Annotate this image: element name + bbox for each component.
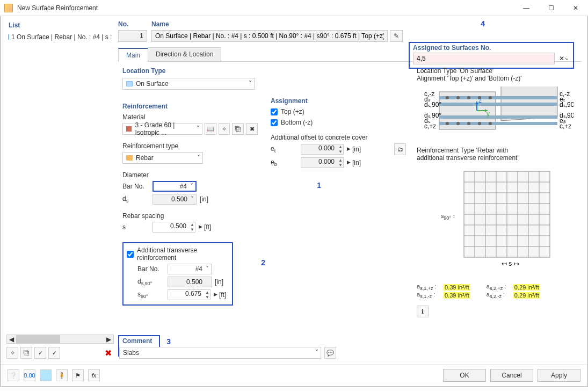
eb-label: eb xyxy=(271,158,297,167)
assigned-label: Assigned to Surfaces No. xyxy=(413,44,570,53)
material-label: Material xyxy=(122,113,258,121)
new-icon[interactable]: ✧ xyxy=(6,347,18,359)
eb-input[interactable]: 0.000 ▲▼▶ xyxy=(301,157,344,168)
help-icon[interactable]: ❔ xyxy=(8,369,19,381)
rebar-chip-icon xyxy=(126,155,133,161)
et-value: 0.000 xyxy=(318,144,335,152)
s-value: 0.500 xyxy=(170,222,186,230)
et-input[interactable]: 0.000 ▲▼▶ xyxy=(301,144,344,155)
result-info-icon[interactable]: ℹ xyxy=(417,306,429,317)
cancel-button[interactable]: Cancel xyxy=(490,369,533,382)
comment-extra-icon[interactable]: 💬 xyxy=(324,347,336,359)
mat-del-icon[interactable]: ✖ xyxy=(246,123,258,135)
svg-rect-4 xyxy=(439,115,557,119)
svg-text:y: y xyxy=(487,110,490,118)
as1p-label: as,1,+z : xyxy=(417,283,441,291)
spacing-label: Rebar spacing xyxy=(122,212,258,220)
atr-barno-select[interactable]: #4 ˅ xyxy=(168,264,212,274)
et-unit: [in] xyxy=(352,146,361,153)
eb-unit: [in] xyxy=(352,159,361,166)
reinf-type-label: Reinforcement type xyxy=(122,142,258,150)
offset-extra-icon[interactable]: 🗂 xyxy=(394,143,406,155)
svg-point-10 xyxy=(489,96,492,99)
svg-point-15 xyxy=(489,122,492,125)
assigned-pick-icon[interactable]: ✕↘ xyxy=(557,53,570,64)
barno-select[interactable]: #4 ˅ xyxy=(153,181,197,192)
preview-loc-l1: Location Type 'On Surface' xyxy=(417,67,582,75)
atr-checkbox[interactable]: Additional transverse reinforcement xyxy=(127,246,229,262)
atr-check-input[interactable] xyxy=(127,251,134,258)
svg-text:dₛ,90°: dₛ,90° xyxy=(560,101,574,108)
scroll-left-icon[interactable]: ◀ xyxy=(7,335,16,343)
top-checkbox[interactable]: Top (+z) xyxy=(271,108,406,115)
as1m-label: as,1,-z : xyxy=(417,291,441,299)
check-icon[interactable]: ✓ xyxy=(34,347,46,359)
svg-text:c,+z: c,+z xyxy=(424,122,436,130)
chevron-down-icon: ˅ xyxy=(197,125,200,133)
barno-value: #4 xyxy=(180,183,187,190)
minimize-button[interactable]: ― xyxy=(514,0,539,16)
comment-select[interactable]: Slabs ˅ xyxy=(119,347,321,359)
as1m-val: 0.39 in²/ft xyxy=(444,292,470,299)
list-box[interactable]: 1 On Surface | Rebar | No. : #4 | s : 0.… xyxy=(6,32,114,332)
atr-ds-unit: [in] xyxy=(215,278,223,286)
atr-ds-value: 0.500 xyxy=(186,278,202,286)
chevron-down-icon: ˅ xyxy=(191,195,194,203)
view-icon[interactable] xyxy=(40,369,52,381)
chevron-down-icon: ˅ xyxy=(315,349,318,357)
material-select[interactable]: 3 - Grade 60 | Isotropic ... ˅ xyxy=(122,123,202,135)
bottom-checkbox[interactable]: Bottom (-z) xyxy=(271,119,406,126)
apply-button[interactable]: Apply xyxy=(538,369,580,382)
mat-new-icon[interactable]: ✧ xyxy=(219,123,230,135)
name-input[interactable] xyxy=(151,30,388,42)
loc-chip-icon xyxy=(126,81,133,86)
no-input[interactable] xyxy=(118,30,147,42)
list-item[interactable]: 1 On Surface | Rebar | No. : #4 | s : 0.… xyxy=(7,33,113,41)
assignment-title: Assignment xyxy=(271,97,406,105)
s-input[interactable]: 0.500 ▲▼▶ xyxy=(153,222,195,233)
app-icon xyxy=(4,4,13,12)
top-check-label: Top (+z) xyxy=(281,108,304,115)
mat-copy-icon[interactable]: ⿻ xyxy=(232,123,244,135)
s-label: s xyxy=(122,223,149,231)
s90-label: s90° ↕ xyxy=(441,213,455,221)
flag-icon[interactable]: ⚑ xyxy=(72,369,84,381)
units-icon[interactable]: 0.00 xyxy=(24,369,35,381)
name-edit-icon[interactable]: ✎ xyxy=(390,30,403,42)
scroll-right-icon[interactable]: ▶ xyxy=(104,335,113,343)
maximize-button[interactable]: ☐ xyxy=(539,0,563,16)
tab-main[interactable]: Main xyxy=(118,48,148,62)
top-check-input[interactable] xyxy=(271,108,278,115)
preview-loc-l2: Alignment 'Top (+z)' and 'Bottom (-z)' xyxy=(417,75,582,82)
atr-ds-label: ds,90° xyxy=(137,278,164,286)
chevron-down-icon: ˅ xyxy=(190,183,193,190)
ok-button[interactable]: OK xyxy=(443,369,486,382)
svg-point-11 xyxy=(446,122,449,125)
atr-s-input[interactable]: 0.675 ▲▼▶ xyxy=(168,289,210,300)
svg-point-12 xyxy=(456,122,460,125)
as2m-label: as,2,-z : xyxy=(487,291,511,299)
callout-1: 1 xyxy=(317,181,321,190)
person-icon[interactable]: 🧍 xyxy=(56,369,68,381)
copy-icon[interactable]: ⿻ xyxy=(20,347,32,359)
location-type-select[interactable]: On Surface ˅ xyxy=(122,78,255,90)
fx-icon[interactable]: fx xyxy=(88,369,100,381)
comment-label: Comment xyxy=(122,337,156,346)
location-type-value: On Surface xyxy=(136,80,169,88)
svg-point-6 xyxy=(446,96,449,99)
ds-label: ds xyxy=(122,195,149,204)
list-hscroll[interactable]: ◀ ▶ xyxy=(6,335,114,344)
material-chip-icon xyxy=(126,126,132,132)
svg-rect-3 xyxy=(439,103,557,106)
preview-type-l1: Reinforcement Type 'Rebar with xyxy=(417,147,582,154)
tab-direction[interactable]: Direction & Location xyxy=(148,47,221,61)
mat-lib-icon[interactable]: 📖 xyxy=(205,123,216,135)
delete-icon[interactable]: ✖ xyxy=(102,347,114,359)
close-button[interactable]: ✕ xyxy=(563,0,588,16)
check2-icon[interactable]: ✓ xyxy=(48,347,60,359)
chevron-down-icon: ˅ xyxy=(206,265,209,273)
reinf-type-select[interactable]: Rebar ˅ xyxy=(122,152,203,164)
assigned-input[interactable] xyxy=(413,53,555,64)
et-label: et xyxy=(271,145,297,154)
bottom-check-input[interactable] xyxy=(271,119,278,126)
